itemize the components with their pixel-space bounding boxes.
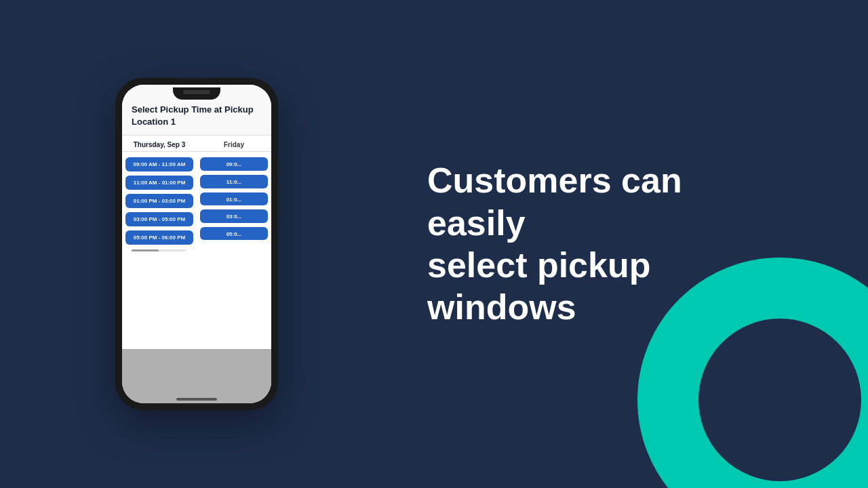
headline-line2: select pickup windows: [427, 245, 650, 327]
progress-bar-fill: [132, 249, 159, 251]
headline-line1: Customers can easily: [427, 161, 682, 242]
progress-bar-track: [132, 249, 186, 251]
thu-slot-4[interactable]: 03:00 PM - 05:00 PM: [125, 212, 193, 226]
fri-slot-1[interactable]: 09:0...: [200, 157, 268, 171]
fri-slot-3[interactable]: 01:0...: [200, 192, 268, 206]
thursday-slots-col: 09:00 AM - 11:00 AM 11:00 AM - 01:00 PM …: [122, 152, 197, 245]
thu-slot-5[interactable]: 05:00 PM - 06:00 PM: [125, 230, 193, 245]
friday-col-header: Friday: [197, 141, 271, 148]
phone-notch-inner: [183, 90, 210, 94]
phone-screen: Select Pickup Time at Pickup Location 1 …: [122, 85, 271, 403]
thursday-col-header: Thursday, Sep 3: [122, 141, 197, 148]
left-section: Select Pickup Time at Pickup Location 1 …: [0, 0, 353, 488]
screen-gray-bottom: [122, 349, 271, 403]
headline-text: Customers can easily select pickup windo…: [427, 159, 766, 329]
fri-slot-2[interactable]: 11:0...: [200, 175, 268, 188]
right-section: Customers can easily select pickup windo…: [353, 132, 868, 356]
fri-slot-5[interactable]: 05:0...: [200, 227, 268, 241]
screen-white-bottom: [122, 256, 271, 349]
screen-title: Select Pickup Time at Pickup Location 1: [132, 104, 262, 128]
day-columns-header: Thursday, Sep 3 Friday: [122, 136, 271, 152]
friday-slots-col: 09:0... 11:0... 01:0... 03:0... 05:0...: [197, 152, 271, 245]
progress-area: [122, 245, 271, 256]
thu-slot-1[interactable]: 09:00 AM - 11:00 AM: [125, 157, 193, 171]
fri-slot-4[interactable]: 03:0...: [200, 209, 268, 223]
phone-frame: Select Pickup Time at Pickup Location 1 …: [115, 78, 278, 410]
phone-notch: [173, 87, 220, 100]
time-slots-container: 09:00 AM - 11:00 AM 11:00 AM - 01:00 PM …: [122, 152, 271, 245]
thu-slot-3[interactable]: 01:00 PM - 03:00 PM: [125, 194, 193, 208]
thu-slot-2[interactable]: 11:00 AM - 01:00 PM: [125, 176, 193, 190]
home-indicator: [176, 398, 217, 401]
